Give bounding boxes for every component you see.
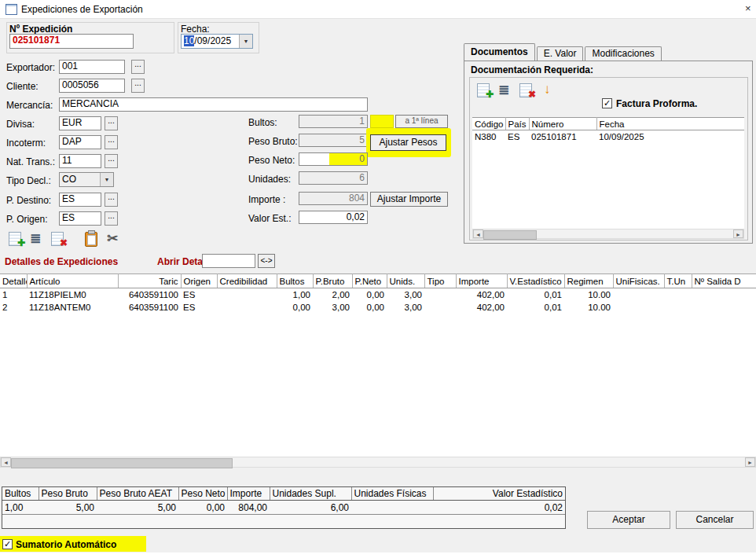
- table-cell: [217, 288, 277, 302]
- divisa-label: Divisa:: [6, 119, 35, 130]
- table-row[interactable]: N380ES02510187110/09/2025: [472, 130, 744, 143]
- det-col-detalle: Detalle: [0, 274, 27, 288]
- table-cell: 3,00: [387, 288, 424, 302]
- fecha-dropdown-icon[interactable]: ▼: [239, 35, 252, 48]
- tab-modificaciones[interactable]: Modificaciones: [585, 46, 661, 61]
- peso-neto-field: 0: [299, 152, 368, 166]
- nat-trans-field[interactable]: 11: [59, 154, 101, 168]
- sum-col-importe: Importe: [227, 487, 270, 501]
- table-cell: [217, 301, 277, 314]
- summary-header-row: Bultos Peso Bruto Peso Bruto AEAT Peso N…: [2, 487, 565, 501]
- table-cell: [613, 301, 664, 314]
- docs-tab-strip: Documentos E. Valor Modificaciones: [464, 44, 663, 61]
- bultos-highlight-field[interactable]: [370, 115, 394, 128]
- exportador-browse-button[interactable]: ...: [131, 60, 145, 74]
- a-primera-linea-button[interactable]: a 1ª línea: [395, 115, 448, 128]
- ajustar-pesos-button[interactable]: Ajustar Pesos: [370, 134, 446, 151]
- sumatorio-label: Sumatorio Automático: [16, 539, 116, 550]
- table-row[interactable]: 211Z18ANTEM06403591100ES0,003,000,003,00…: [0, 301, 756, 314]
- doc-scroll-right-icon[interactable]: ►: [733, 229, 743, 238]
- det-scroll-thumb[interactable]: [11, 458, 233, 468]
- sum-val-peso-bruto-aeat: 5,00: [97, 501, 178, 515]
- table-row[interactable]: 111Z18PIELM06403591100ES1,002,000,003,00…: [0, 288, 756, 302]
- documentacion-group: ✚ ≣ ✖ ↓ ✓ Factura Proforma.: [469, 77, 748, 240]
- tipo-decl-dropdown-icon[interactable]: ▼: [100, 173, 113, 186]
- incoterm-label: Incoterm:: [6, 138, 46, 149]
- sum-col-peso-bruto-aeat: Peso Bruto AEAT: [97, 487, 178, 501]
- importe-label: Importe :: [248, 194, 285, 205]
- det-col-nsalida: Nº Salida D: [692, 274, 756, 288]
- tab-documentos[interactable]: Documentos: [464, 43, 535, 61]
- table-cell: 11Z18PIELM0: [27, 288, 118, 302]
- cliente-field[interactable]: 0005056: [59, 79, 125, 93]
- tipo-decl-combobox[interactable]: CO ▼: [59, 172, 114, 187]
- table-cell: 10/09/2025: [596, 130, 744, 143]
- cut-icon[interactable]: ✂: [105, 229, 124, 248]
- tab-e-valor[interactable]: E. Valor: [537, 46, 584, 61]
- exportador-field[interactable]: 001: [59, 60, 125, 74]
- expedicion-number-field[interactable]: 025101871: [9, 34, 134, 49]
- swap-detalle-button[interactable]: <->: [258, 254, 275, 268]
- table-cell: [664, 288, 692, 302]
- cancelar-button[interactable]: Cancelar: [676, 511, 754, 529]
- sumatorio-checkbox[interactable]: ✓: [2, 539, 13, 549]
- doc-add-icon[interactable]: ✚: [475, 81, 494, 100]
- detalle-details-icon[interactable]: ≣: [28, 229, 47, 248]
- doc-delete-icon[interactable]: ✖: [517, 81, 536, 100]
- documentos-table: Código País Número Fecha N380ES025101871…: [472, 117, 744, 142]
- paste-icon[interactable]: [82, 229, 101, 248]
- sum-col-bultos: Bultos: [2, 487, 39, 501]
- table-cell: N380: [472, 130, 505, 143]
- fecha-combobox[interactable]: 10/09/2025 ▼: [181, 34, 253, 49]
- nat-trans-browse-button[interactable]: ...: [105, 154, 118, 168]
- p-origen-browse-button[interactable]: ...: [105, 211, 118, 226]
- sum-val-valor-estadistico: 0,02: [433, 501, 565, 515]
- ajustar-importe-button[interactable]: Ajustar Importe: [370, 192, 448, 207]
- table-cell: 3,00: [313, 301, 352, 314]
- p-destino-browse-button[interactable]: ...: [105, 193, 118, 207]
- sum-val-unidades-supl: 6,00: [270, 501, 351, 515]
- table-cell: 2,00: [313, 288, 352, 302]
- detalle-add-icon[interactable]: ✚: [6, 229, 25, 248]
- doc-scroll-thumb[interactable]: [483, 230, 537, 240]
- abrir-detalle-field[interactable]: [202, 254, 255, 268]
- factura-proforma-checkbox[interactable]: ✓: [602, 98, 612, 108]
- divisa-field[interactable]: EUR: [59, 116, 101, 130]
- nat-trans-label: Nat. Trans.:: [6, 156, 55, 167]
- fecha-selected-part: 10: [184, 35, 194, 46]
- det-col-regimen: Regimen: [564, 274, 613, 288]
- det-scroll-left-icon[interactable]: ◄: [1, 457, 11, 467]
- detalle-delete-icon[interactable]: ✖: [49, 229, 68, 248]
- divisa-browse-button[interactable]: ...: [105, 116, 118, 130]
- doc-download-icon[interactable]: ↓: [539, 81, 558, 100]
- mercancia-label: Mercancía:: [6, 100, 53, 111]
- mercancia-field[interactable]: MERCANCIA: [59, 97, 368, 112]
- doc-details-icon[interactable]: ≣: [497, 81, 516, 100]
- documentos-hscrollbar[interactable]: ◄ ►: [472, 229, 744, 239]
- p-destino-field[interactable]: ES: [59, 193, 101, 207]
- close-icon[interactable]: ×: [745, 2, 756, 15]
- sum-val-peso-neto: 0,00: [178, 501, 227, 515]
- table-cell: 6403591100: [118, 301, 181, 314]
- det-col-unifisicas: UniFisicas.: [613, 274, 664, 288]
- cliente-browse-button[interactable]: ...: [131, 79, 145, 93]
- doc-scroll-left-icon[interactable]: ◄: [473, 229, 483, 238]
- p-destino-label: P. Destino:: [6, 195, 51, 206]
- detalles-hscrollbar[interactable]: ◄ ►: [0, 457, 756, 468]
- tipo-decl-value: CO: [62, 174, 76, 185]
- factura-proforma-label: Factura Proforma.: [616, 98, 697, 109]
- incoterm-browse-button[interactable]: ...: [105, 135, 118, 149]
- det-scroll-right-icon[interactable]: ►: [745, 457, 755, 467]
- p-origen-field[interactable]: ES: [59, 211, 101, 226]
- incoterm-field[interactable]: DAP: [59, 135, 101, 149]
- valor-est-field[interactable]: 0,02: [299, 211, 368, 224]
- summary-table: Bultos Peso Bruto Peso Bruto AEAT Peso N…: [2, 487, 565, 515]
- table-cell: ES: [181, 301, 217, 314]
- peso-bruto-label: Peso Bruto:: [248, 136, 298, 147]
- table-cell: [692, 301, 756, 314]
- table-cell: 0,00: [277, 301, 313, 314]
- det-col-pbruto: P.Bruto: [313, 274, 352, 288]
- fecha-label: Fecha:: [181, 24, 210, 35]
- aceptar-button[interactable]: Aceptar: [587, 511, 670, 529]
- table-cell: 1: [0, 288, 27, 302]
